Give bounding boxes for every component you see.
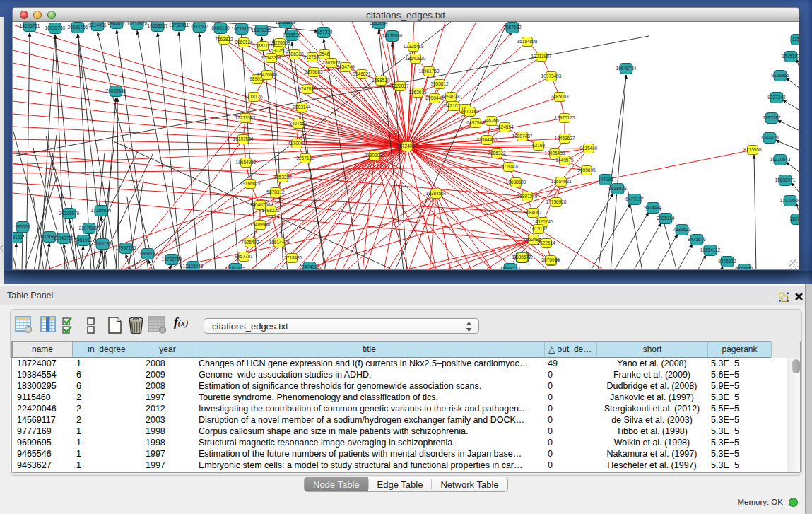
svg-text:10653267: 10653267 xyxy=(148,23,168,28)
svg-text:13732411: 13732411 xyxy=(169,23,189,28)
svg-text:6482877: 6482877 xyxy=(107,22,126,25)
svg-text:2546: 2546 xyxy=(319,52,330,57)
svg-text:1244419: 1244419 xyxy=(760,135,779,140)
svg-text:10973493: 10973493 xyxy=(541,74,562,78)
svg-text:15718485: 15718485 xyxy=(282,255,302,260)
svg-text:16154808: 16154808 xyxy=(517,39,538,44)
svg-text:9084067: 9084067 xyxy=(524,210,542,215)
svg-text:12325419: 12325419 xyxy=(404,44,424,49)
svg-text:16033809: 16033809 xyxy=(276,22,296,25)
svg-text:20206576: 20206576 xyxy=(59,211,80,216)
svg-text:6479197: 6479197 xyxy=(625,197,644,201)
svg-text:10654112: 10654112 xyxy=(700,247,721,252)
svg-text:19384554: 19384554 xyxy=(426,191,447,196)
svg-text:14320746: 14320746 xyxy=(533,219,553,224)
svg-text:19166825: 19166825 xyxy=(240,181,261,186)
svg-text:16914479: 16914479 xyxy=(269,240,290,245)
svg-text:19654952: 19654952 xyxy=(236,160,257,165)
svg-text:7515536: 7515536 xyxy=(283,33,301,37)
svg-text:18724007: 18724007 xyxy=(397,144,418,148)
svg-text:1527602: 1527602 xyxy=(190,24,208,29)
svg-text:16648784: 16648784 xyxy=(616,66,637,71)
svg-text:10807487: 10807487 xyxy=(512,134,533,139)
svg-text:12213383: 12213383 xyxy=(235,115,256,120)
svg-text:16782759: 16782759 xyxy=(162,257,182,262)
svg-text:23420046: 23420046 xyxy=(257,72,278,77)
svg-text:62160: 62160 xyxy=(532,143,545,148)
svg-text:6497568: 6497568 xyxy=(466,120,485,125)
svg-text:16510878: 16510878 xyxy=(127,22,148,26)
svg-text:18640910: 18640910 xyxy=(406,56,426,61)
svg-text:17359924: 17359924 xyxy=(91,208,112,213)
svg-text:1449575: 1449575 xyxy=(555,158,574,163)
svg-text:746266: 746266 xyxy=(483,118,499,123)
svg-text:5878312: 5878312 xyxy=(266,189,285,194)
svg-text:17010504: 17010504 xyxy=(780,198,799,203)
svg-text:10958187: 10958187 xyxy=(138,251,158,256)
svg-text:3267130: 3267130 xyxy=(296,156,314,160)
svg-text:21302035: 21302035 xyxy=(365,153,385,158)
svg-text:10057945: 10057945 xyxy=(225,266,246,270)
svg-text:9227342: 9227342 xyxy=(767,95,786,100)
svg-text:18807249: 18807249 xyxy=(517,194,538,199)
svg-text:8186328: 8186328 xyxy=(286,52,304,57)
svg-text:9214491: 9214491 xyxy=(88,23,107,28)
svg-text:144095: 144095 xyxy=(598,177,613,182)
svg-text:12042757: 12042757 xyxy=(54,235,74,240)
svg-text:7663822: 7663822 xyxy=(215,37,233,42)
svg-text:6794028: 6794028 xyxy=(442,94,460,99)
svg-text:5938923: 5938923 xyxy=(608,186,627,191)
svg-text:7955812: 7955812 xyxy=(430,81,449,86)
svg-text:26053346: 26053346 xyxy=(106,88,126,93)
svg-text:3624554: 3624554 xyxy=(495,124,514,129)
svg-text:1362615: 1362615 xyxy=(408,90,427,95)
svg-text:18922760: 18922760 xyxy=(45,25,66,30)
svg-text:9777169: 9777169 xyxy=(461,109,479,114)
svg-text:39153: 39153 xyxy=(13,235,23,240)
svg-text:1615152: 1615152 xyxy=(529,226,548,231)
svg-text:16107534: 16107534 xyxy=(233,136,254,141)
svg-text:8685577: 8685577 xyxy=(513,255,531,259)
svg-text:8471676: 8471676 xyxy=(688,237,706,242)
svg-text:7625402: 7625402 xyxy=(241,240,259,245)
svg-text:2718126: 2718126 xyxy=(245,94,263,99)
svg-text:21364436: 21364436 xyxy=(477,137,498,142)
svg-text:1353359: 1353359 xyxy=(273,175,292,180)
svg-text:7485003: 7485003 xyxy=(551,94,569,99)
svg-text:22975887: 22975887 xyxy=(79,226,100,230)
svg-text:8990448: 8990448 xyxy=(425,95,444,100)
svg-text:10688609: 10688609 xyxy=(506,180,526,185)
svg-text:19688132: 19688132 xyxy=(500,266,521,270)
svg-text:20691406: 20691406 xyxy=(68,25,88,30)
svg-text:15692971: 15692971 xyxy=(775,177,796,182)
svg-text:7857224: 7857224 xyxy=(314,30,333,35)
svg-text:2522514: 2522514 xyxy=(537,240,555,245)
svg-text:12323448: 12323448 xyxy=(183,264,204,269)
svg-text:9242848: 9242848 xyxy=(298,86,317,91)
svg-text:19463627: 19463627 xyxy=(555,136,575,141)
svg-text:1451911: 1451911 xyxy=(75,238,93,243)
svg-text:4170061: 4170061 xyxy=(288,141,306,146)
svg-text:9115460: 9115460 xyxy=(580,146,598,151)
svg-text:8369062: 8369062 xyxy=(735,267,753,270)
svg-text:1588520: 1588520 xyxy=(372,78,390,83)
svg-text:9699695: 9699695 xyxy=(577,168,596,173)
svg-text:14055721: 14055721 xyxy=(20,23,40,28)
svg-text:2305135: 2305135 xyxy=(93,241,112,246)
svg-text:16671355: 16671355 xyxy=(252,28,272,33)
svg-text:8813054: 8813054 xyxy=(370,22,388,25)
svg-text:10719155: 10719155 xyxy=(232,26,252,31)
svg-text:8660124: 8660124 xyxy=(235,40,253,45)
svg-text:1575107: 1575107 xyxy=(782,54,799,59)
svg-text:13654923: 13654923 xyxy=(551,179,572,184)
svg-text:2935114: 2935114 xyxy=(657,216,675,221)
svg-text:15409948: 15409948 xyxy=(250,222,271,227)
svg-text:2876966: 2876966 xyxy=(541,257,560,262)
svg-text:1293387: 1293387 xyxy=(763,115,781,120)
svg-text:5322037: 5322037 xyxy=(391,83,409,88)
svg-text:9457791: 9457791 xyxy=(235,254,253,259)
svg-text:8454749: 8454749 xyxy=(336,64,355,69)
svg-text:12213967: 12213967 xyxy=(531,54,552,59)
svg-text:6466160: 6466160 xyxy=(211,25,230,30)
svg-text:9129966: 9129966 xyxy=(771,73,789,78)
